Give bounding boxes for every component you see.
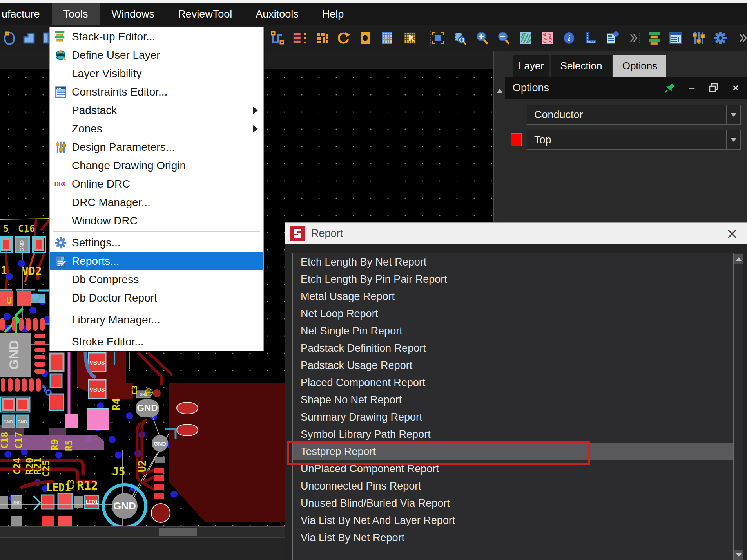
shape-hatch-icon[interactable] [379,29,396,47]
menubar-item-windows[interactable]: Windows [100,3,167,25]
info-icon[interactable]: i [560,29,578,47]
pcb-refdes-label: C3 [130,385,139,395]
menu-item-online-drc[interactable]: DRCOnline DRC [50,175,263,193]
menu-item-settings[interactable]: Settings... [50,233,263,252]
pcb-refdes-label: U2 [136,460,148,472]
pcb-refdes-label: VD2 [22,265,42,278]
menu-item-change-drawing-origin[interactable]: Change Drawing Origin [50,156,263,175]
route-icon[interactable] [269,29,286,47]
zoom-in-icon[interactable] [473,29,491,47]
report-list-item[interactable]: Etch Length By Pin Pair Report [293,271,733,288]
pad-icon[interactable] [357,29,374,47]
menu-item-window-drc[interactable]: Window DRC [50,211,263,230]
autoroute-icon[interactable] [314,29,331,47]
constraints-icon [50,86,72,98]
menu-item-library-manager[interactable]: Library Manager... [50,311,263,329]
report-list-item[interactable]: Padstack Definition Report [293,340,733,357]
zoom-points-icon[interactable] [451,29,468,47]
report-list-item[interactable]: Via List By Net And Layer Report [293,512,733,529]
menu-item-reports[interactable]: Reports... [50,252,263,270]
menu-separator [50,329,263,332]
menu-item-design-parameters[interactable]: Design Parameters... [50,138,263,156]
report-list-item[interactable]: Unused Blind/Buried Via Report [293,495,733,512]
menu-item-db-compress[interactable]: Db Compress [50,270,263,289]
menu-item-drc-manager[interactable]: DRC Manager... [50,193,263,211]
scroll-up-icon[interactable] [734,254,743,264]
menu-item-label: Db Doctor Report [72,292,157,304]
tab-layer[interactable]: Layer [513,55,550,77]
svg-text:i: i [568,33,571,43]
options-panel-title: Options [513,82,549,94]
stackup-icon [50,31,72,43]
menu-item-padstack[interactable]: Padstack [50,101,263,119]
scroll-down-icon[interactable] [734,550,743,560]
layer-dropdown[interactable]: Top [527,130,741,150]
menubar-item-help[interactable]: Help [310,3,356,25]
report-list-item[interactable]: Shape No Net Report [293,391,733,408]
table-icon[interactable] [667,29,684,47]
hatch-green-icon[interactable] [517,29,534,47]
zoom-out-icon[interactable] [495,29,512,47]
report-list-item[interactable]: Metal Usage Report [293,288,733,305]
tab-options[interactable]: Options [613,55,667,77]
polygon-tool-icon[interactable] [20,29,38,47]
report-list-item[interactable]: Placed Component Report [293,374,733,391]
chevron-down-icon[interactable] [726,105,740,124]
measure-icon[interactable] [581,29,598,47]
zoom-fit-icon[interactable] [430,29,447,47]
menu-item-layer-visibility[interactable]: Layer Visibility [50,64,263,83]
menu-item-define-user-layer[interactable]: Define User Layer [50,46,263,64]
scroll-up-icon[interactable] [497,89,503,93]
report-list-scrollbar[interactable] [733,253,743,560]
report-list-item[interactable]: Summary Drawing Report [293,408,733,426]
menu-item-db-doctor-report[interactable]: Db Doctor Report [50,289,263,307]
minimize-icon[interactable]: – [686,82,698,94]
pcb-refdes-label: C25 [41,460,52,477]
layer-color-swatch[interactable] [511,133,522,146]
pcb-refdes-label: C24 [12,458,23,475]
chevrons2-icon[interactable] [735,29,747,47]
menu-item-stack-up-editor[interactable]: Stack-up Editor... [50,27,263,46]
menubar-item-auxitools[interactable]: Auxitools [244,3,310,25]
report-list-item[interactable]: Symbol Library Path Report [293,426,733,443]
redo-icon[interactable] [335,29,352,47]
report-list-item[interactable]: Unconnected Pins Report [293,477,733,495]
drc-icon: DRC [50,180,72,188]
chevrons-icon[interactable] [626,29,644,47]
menubar-item-ufacture[interactable]: ufacture [0,3,52,25]
led-pad-text: LED1 [86,499,98,505]
hatch-red-icon[interactable] [539,29,556,47]
stackup-icon[interactable] [645,29,663,47]
close-panel-icon[interactable]: × [730,82,742,94]
pin-icon[interactable] [664,82,676,94]
close-dialog-icon[interactable]: × [724,225,740,242]
report-info-icon[interactable]: i [604,29,621,47]
chevron-down-icon[interactable] [726,130,740,149]
scrollbar-thumb[interactable] [159,528,197,536]
report-list-item[interactable]: Padstack Usage Report [293,357,733,374]
menubar-item-reviewtool[interactable]: ReviewTool [166,3,244,25]
menu-separator [50,307,263,311]
menu-item-constraints-editor[interactable]: Constraints Editor... [50,83,263,101]
menu-item-zones[interactable]: Zones [50,119,263,138]
ratsnest-icon[interactable] [291,29,308,47]
menu-item-label: Settings... [72,237,121,249]
window-top-strip [0,0,747,3]
pcb-refdes-label: 5 [3,223,9,234]
sliders-icon[interactable] [690,29,707,47]
conductor-class-dropdown[interactable]: Conductor [527,105,741,125]
shape-select-icon[interactable] [401,29,419,47]
restore-icon[interactable] [708,82,720,94]
report-list-item[interactable]: Via List By Net Report [293,529,733,546]
menu-item-label: Design Parameters... [72,141,175,154]
pcb-refdes-label: 1 [1,265,7,276]
report-dialog-titlebar[interactable]: Report × [285,223,747,244]
tab-selection[interactable]: Selection [551,55,613,77]
report-list-item[interactable]: Net Loop Report [293,305,733,322]
menubar-item-tools[interactable]: Tools [52,3,100,25]
ellipse-tool-icon[interactable] [1,29,18,47]
menu-item-stroke-editor[interactable]: Stroke Editor... [50,332,263,351]
gear-icon[interactable] [712,29,729,47]
report-list-item[interactable]: Etch Length By Net Report [293,253,733,271]
report-list-item[interactable]: Net Single Pin Report [293,322,733,340]
